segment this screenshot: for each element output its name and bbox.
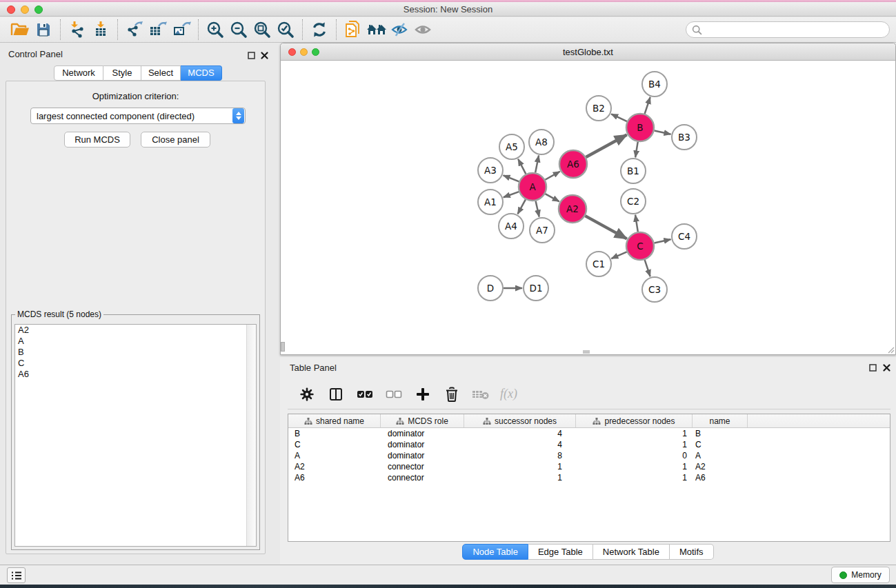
column-header-mcds-role[interactable]: MCDS role [381, 414, 464, 427]
network-canvas[interactable]: B4B2BB3B1A5A8A6A3AA1A2A4A7C2CC4C1C3DD1 [281, 61, 895, 354]
table-cell[interactable]: A [288, 451, 381, 460]
network-window-titlebar[interactable]: testGlobe.txt [281, 43, 895, 61]
graph-node-A4[interactable]: A4 [499, 214, 524, 239]
graph-node-B1[interactable]: B1 [621, 159, 646, 183]
table-row[interactable]: A6connector11A6 [288, 472, 890, 483]
graph-node-A3[interactable]: A3 [478, 158, 503, 183]
table-cell[interactable]: 1 [576, 473, 693, 483]
create-column-icon[interactable] [413, 385, 432, 404]
table-row[interactable]: Adominator80A [288, 450, 890, 461]
table-cell[interactable]: connector [381, 462, 464, 472]
destroy-table-icon[interactable] [471, 385, 490, 404]
table-cell[interactable]: A6 [288, 473, 381, 483]
column-header-name[interactable]: name [693, 414, 748, 427]
table-cell[interactable]: 0 [576, 451, 693, 460]
export-table-icon[interactable] [146, 19, 170, 41]
mcds-result-item[interactable]: C [15, 358, 256, 369]
zoom-fit-content-icon[interactable] [250, 19, 274, 41]
first-neighbors-of-selected-icon[interactable] [341, 19, 365, 41]
graph-edge-A6-B[interactable] [586, 135, 626, 157]
tab-mcds[interactable]: MCDS [181, 65, 222, 81]
graph-edge-A-A1[interactable] [504, 192, 519, 197]
column-header-predecessor-nodes[interactable]: predecessor nodes [576, 414, 693, 427]
graph-edge-A-A7[interactable] [536, 201, 539, 216]
graph-node-D1[interactable]: D1 [524, 276, 548, 301]
graph-node-B3[interactable]: B3 [672, 125, 697, 150]
graph-node-A1[interactable]: A1 [478, 190, 503, 214]
graph-edge-A-A5[interactable] [518, 159, 526, 174]
table-cell[interactable]: A6 [693, 473, 748, 483]
search-input[interactable] [702, 23, 889, 37]
tab-network[interactable]: Network [54, 65, 103, 81]
graph-node-C2[interactable]: C2 [621, 189, 646, 214]
table-cell[interactable]: 1 [576, 462, 693, 472]
table-close-panel-icon[interactable] [882, 363, 891, 372]
table-cell[interactable]: 1 [576, 429, 693, 438]
table-cell[interactable]: 1 [464, 462, 576, 472]
show-all-icon[interactable] [412, 19, 435, 41]
graph-node-C3[interactable]: C3 [642, 277, 667, 302]
table-cell[interactable]: B [693, 429, 748, 438]
graph-edge-A-A8[interactable] [535, 156, 539, 173]
horizontal-scrollbar-hint[interactable] [583, 350, 590, 354]
table-cell[interactable]: A2 [693, 462, 748, 472]
search-box[interactable] [686, 21, 890, 38]
export-image-icon[interactable] [170, 19, 193, 41]
graph-edge-B-B4[interactable] [645, 97, 650, 114]
graph-edge-C-C3[interactable] [645, 260, 650, 276]
resize-grip-icon[interactable] [886, 345, 895, 354]
result-scrollbar[interactable] [246, 325, 256, 546]
close-panel-icon[interactable] [259, 50, 269, 60]
table-cell[interactable]: connector [381, 473, 464, 483]
graph-edge-A2-C[interactable] [585, 216, 626, 239]
graph-node-B4[interactable]: B4 [642, 72, 667, 97]
float-panel-icon[interactable] [246, 50, 256, 60]
graph-edge-C-C4[interactable] [655, 239, 671, 243]
table-row[interactable]: Cdominator41C [288, 439, 890, 450]
hide-selected-icon[interactable] [388, 19, 412, 41]
table-cell[interactable]: 8 [464, 451, 576, 460]
graph-node-A[interactable]: A [519, 173, 546, 201]
table-cell[interactable]: dominator [381, 451, 464, 460]
table-cell[interactable]: dominator [381, 440, 464, 449]
deselect-all-icon[interactable] [384, 385, 404, 404]
show-columns-icon[interactable] [326, 385, 346, 404]
mcds-result-list[interactable]: A2ABCA6 [14, 324, 257, 547]
graph-edge-B-B2[interactable] [611, 114, 627, 121]
table-cell[interactable]: 1 [464, 473, 576, 483]
graph-node-A6[interactable]: A6 [559, 150, 587, 178]
tab-style[interactable]: Style [103, 65, 141, 81]
tab-node-table[interactable]: Node Table [462, 544, 528, 560]
graph-edge-A-A2[interactable] [545, 194, 559, 201]
import-table-from-file-icon[interactable] [89, 19, 112, 41]
zoom-selected-region-icon[interactable] [274, 19, 297, 41]
import-network-from-file-icon[interactable] [66, 19, 89, 41]
open-file-icon[interactable] [8, 19, 32, 41]
function-builder-icon[interactable]: f(x) [500, 385, 517, 404]
table-options-icon[interactable] [297, 385, 317, 404]
tab-edge-table[interactable]: Edge Table [528, 544, 593, 560]
select-all-icon[interactable] [355, 385, 375, 404]
tab-network-table[interactable]: Network Table [593, 544, 670, 560]
graph-node-D[interactable]: D [478, 276, 503, 301]
table-row[interactable]: Bdominator41B [288, 428, 890, 439]
memory-button[interactable]: Memory [831, 567, 890, 583]
table-cell[interactable]: B [288, 429, 381, 438]
column-header-successor-nodes[interactable]: successor nodes [464, 414, 576, 427]
export-network-icon[interactable] [123, 19, 146, 41]
home-layout-icon[interactable] [365, 19, 388, 41]
mcds-result-item[interactable]: A6 [15, 369, 256, 380]
graph-node-A5[interactable]: A5 [499, 134, 524, 159]
graph-edge-A-A4[interactable] [518, 199, 526, 214]
task-history-button[interactable] [7, 567, 26, 583]
graph-edge-A-A3[interactable] [504, 175, 519, 181]
graph-edge-C-C1[interactable] [611, 252, 626, 258]
save-session-icon[interactable] [32, 19, 55, 41]
tab-motifs[interactable]: Motifs [670, 544, 714, 560]
mcds-result-item[interactable]: B [15, 347, 256, 358]
graph-edge-B-B1[interactable] [635, 142, 638, 158]
graph-edge-C-C2[interactable] [635, 215, 638, 232]
table-cell[interactable]: C [288, 440, 381, 449]
table-cell[interactable]: A2 [288, 462, 381, 472]
close-panel-button[interactable]: Close panel [141, 132, 210, 148]
